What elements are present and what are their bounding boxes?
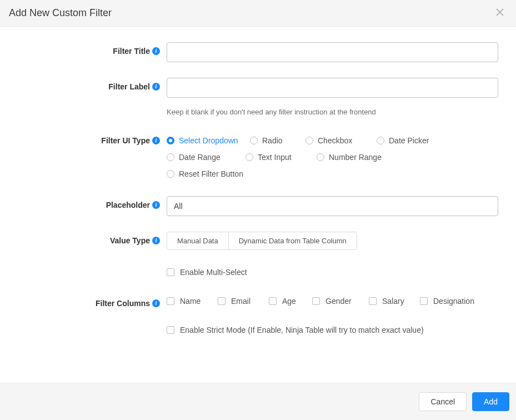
radio-label: Date Picker <box>389 136 429 145</box>
radio-date-picker[interactable]: Date Picker <box>377 134 452 147</box>
radio-radio[interactable]: Radio <box>250 134 305 147</box>
close-button[interactable] <box>493 7 507 19</box>
row-placeholder: Placeholder i <box>0 196 507 216</box>
row-filter-ui-type: Filter UI Type i Select Dropdown Radio <box>0 132 507 181</box>
row-filter-label: Filter Label i Keep it blank if you don'… <box>0 78 507 116</box>
radio-icon <box>250 137 258 144</box>
value-type-segmented: Manual Data Dynamic Data from Table Colu… <box>167 232 357 250</box>
add-custom-filter-dialog: Add New Custom Filter Filter Title i Fil… <box>0 0 516 420</box>
radio-icon <box>377 137 384 144</box>
radio-label: Number Range <box>329 153 382 162</box>
placeholder-input[interactable] <box>167 196 498 216</box>
dialog-title: Add New Custom Filter <box>9 7 112 19</box>
checkbox-icon <box>167 268 174 276</box>
row-multi-select: Enable Multi-Select <box>0 266 507 279</box>
label-value-type: Value Type <box>110 236 150 245</box>
filter-label-input[interactable] <box>167 78 498 98</box>
hint-filter-label: Keep it blank if you don't need any filt… <box>167 108 498 116</box>
value-type-dynamic[interactable]: Dynamic Data from Table Column <box>228 232 357 249</box>
label-placeholder: Placeholder <box>106 201 150 209</box>
row-value-type: Value Type i Manual Data Dynamic Data fr… <box>0 232 507 250</box>
label-filter-label: Filter Label <box>108 82 150 91</box>
value-type-manual[interactable]: Manual Data <box>167 232 228 249</box>
radio-icon <box>167 153 174 161</box>
checkbox-icon <box>218 297 226 305</box>
filter-columns-checkboxes: Name Email Age Gender <box>167 294 498 308</box>
checkbox-label: Enable Multi-Select <box>180 268 247 277</box>
radio-label: Date Range <box>179 153 221 162</box>
label-filter-columns: Filter Columns <box>96 299 150 308</box>
radio-text-input[interactable]: Text Input <box>246 151 317 164</box>
filter-title-input[interactable] <box>167 42 498 62</box>
dialog-header: Add New Custom Filter <box>0 0 516 27</box>
radio-icon <box>305 137 313 144</box>
radio-label: Select Dropdown <box>179 136 238 145</box>
checkbox-icon <box>369 297 377 305</box>
radio-label: Reset Filter Button <box>179 169 243 178</box>
filter-column-age[interactable]: Age <box>269 294 312 308</box>
add-button[interactable]: Add <box>472 392 509 411</box>
dialog-body: Filter Title i Filter Label i Keep it bl… <box>0 27 516 383</box>
checkbox-label: Email <box>231 297 251 306</box>
filter-column-email[interactable]: Email <box>218 294 269 308</box>
radio-checkbox[interactable]: Checkbox <box>305 134 377 147</box>
radio-icon <box>167 137 174 144</box>
cancel-button[interactable]: Cancel <box>419 392 467 411</box>
radio-reset-filter-button[interactable]: Reset Filter Button <box>167 167 498 181</box>
radio-select-dropdown[interactable]: Select Dropdown <box>167 134 250 147</box>
checkbox-icon <box>167 297 174 305</box>
checkbox-label: Salary <box>382 297 404 306</box>
radio-label: Text Input <box>258 153 292 162</box>
row-filter-title: Filter Title i <box>0 42 507 62</box>
checkbox-label: Age <box>282 297 296 306</box>
info-icon[interactable]: i <box>152 237 160 244</box>
checkbox-label: Designation <box>433 297 474 306</box>
radio-icon <box>317 153 324 161</box>
checkbox-icon <box>312 297 320 305</box>
enable-strict-mode-checkbox[interactable]: Enable Strict Mode (If Enable, Ninja Tab… <box>167 323 498 337</box>
filter-column-name[interactable]: Name <box>167 294 218 308</box>
filter-column-gender[interactable]: Gender <box>312 294 369 308</box>
close-icon <box>496 7 504 18</box>
radio-number-range[interactable]: Number Range <box>317 151 392 164</box>
checkbox-icon <box>420 297 428 305</box>
info-icon[interactable]: i <box>152 47 160 55</box>
radio-label: Radio <box>262 136 283 145</box>
dialog-footer: Cancel Add <box>0 383 516 420</box>
info-icon[interactable]: i <box>152 137 160 144</box>
checkbox-label: Gender <box>325 297 352 306</box>
radio-icon <box>167 170 174 178</box>
info-icon[interactable]: i <box>152 201 160 209</box>
row-filter-columns: Filter Columns i Name Email Age <box>0 294 507 308</box>
row-strict-mode: Enable Strict Mode (If Enable, Ninja Tab… <box>0 323 507 337</box>
enable-multi-select-checkbox[interactable]: Enable Multi-Select <box>167 266 498 279</box>
label-filter-ui-type: Filter UI Type <box>101 136 150 145</box>
filter-column-designation[interactable]: Designation <box>420 294 474 308</box>
checkbox-label: Name <box>180 297 201 306</box>
radio-label: Checkbox <box>318 136 352 145</box>
checkbox-label: Enable Strict Mode (If Enable, Ninja Tab… <box>180 326 424 334</box>
checkbox-icon <box>269 297 277 305</box>
checkbox-icon <box>167 326 174 334</box>
filter-column-salary[interactable]: Salary <box>369 294 420 308</box>
label-filter-title: Filter Title <box>113 47 150 56</box>
info-icon[interactable]: i <box>152 83 160 91</box>
filter-ui-type-radios: Select Dropdown Radio Checkbox Date Pick… <box>167 132 498 181</box>
radio-date-range[interactable]: Date Range <box>167 151 246 164</box>
radio-icon <box>246 153 253 161</box>
info-icon[interactable]: i <box>152 299 160 307</box>
